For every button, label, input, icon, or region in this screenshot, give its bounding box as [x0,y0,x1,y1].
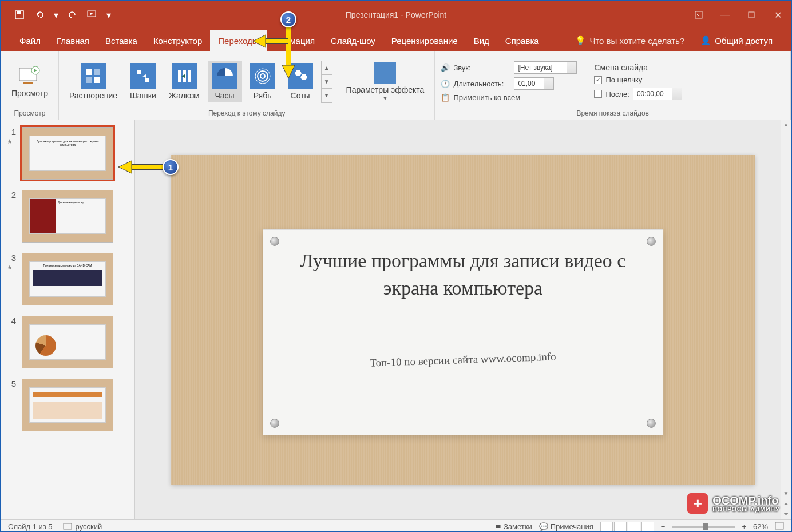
zoom-in-button[interactable]: + [742,522,746,531]
thumb-number: 5 [7,379,16,431]
tab-design[interactable]: Конструктор [145,30,211,51]
svg-rect-1 [17,11,21,14]
svg-rect-17 [178,70,181,82]
zoom-out-button[interactable]: − [661,522,666,531]
on-click-label: По щелчку [605,76,642,84]
slide-thumbnail-4[interactable] [22,316,113,368]
transition-checker[interactable]: Шашки [125,61,161,102]
effect-options-button[interactable]: Параметры эффекта ▼ [342,60,429,104]
svg-rect-7 [23,82,33,84]
prev-slide-button[interactable]: ⏶ [781,501,791,507]
qat-customize-dropdown[interactable]: ▾ [105,7,112,23]
effect-options-icon [374,62,396,84]
duration-label: Длительность: [453,80,510,88]
save-button[interactable] [11,7,27,23]
tab-help[interactable]: Справка [497,30,547,51]
clock-icon [212,63,237,89]
preview-label: Просмотр [11,89,48,98]
undo-button[interactable] [32,7,48,23]
duration-spinner[interactable]: 01,00 [514,77,554,90]
transition-star-icon: ★ [7,138,16,145]
svg-marker-36 [253,35,266,47]
slide-thumbnail-2[interactable]: Для записи видео из игр [22,190,113,243]
gallery-up[interactable]: ▲ [322,61,332,75]
tab-file[interactable]: Файл [11,30,49,51]
slideshow-view-button[interactable] [641,522,654,532]
tab-view[interactable]: Вид [466,30,497,51]
svg-rect-27 [775,522,783,529]
dissolve-icon [81,63,106,89]
redo-button[interactable] [64,7,80,23]
svg-rect-26 [64,523,72,529]
gallery-more[interactable]: ▾ [322,89,332,102]
svg-marker-33 [282,65,295,78]
comments-icon: 💬 [539,522,548,531]
zoom-slider[interactable] [672,526,735,528]
fit-to-window-button[interactable] [775,522,784,531]
title-placeholder[interactable]: Лучшие программы для записи видео с экра… [263,229,663,435]
preview-button[interactable]: Просмотр [7,63,53,100]
spellcheck-icon [63,523,72,531]
apply-all-icon: 📋 [441,93,450,102]
maximize-button[interactable] [738,6,765,24]
slide-thumbnail-5[interactable] [22,379,113,431]
svg-rect-14 [137,70,141,74]
advance-slide-col: Смена слайда ✓ По щелчку После: 00:00,00 [594,63,682,100]
next-slide-button[interactable]: ⏷ [781,511,791,517]
tab-home[interactable]: Главная [49,30,97,51]
svg-rect-13 [94,77,100,83]
rivet-icon [270,419,279,428]
scroll-up-button[interactable]: ▲ [781,121,791,128]
language-status[interactable]: русский [63,522,102,531]
transition-blinds[interactable]: Жалюзи [164,61,204,102]
tell-me-search[interactable]: 💡 Что вы хотите сделать? [567,30,692,51]
transition-dissolve[interactable]: Растворение [65,61,122,102]
ribbon-display-options[interactable] [686,6,712,24]
window-title: Презентация1 - PowerPoint [346,10,446,19]
tab-slideshow[interactable]: Слайд-шоу [323,30,383,51]
comments-button[interactable]: 💬Примечания [539,522,593,531]
rivet-icon [270,237,279,246]
sound-dropdown[interactable]: [Нет звука] [514,61,577,74]
thumb-number: 2 [7,190,16,243]
tab-insert[interactable]: Вставка [97,30,145,51]
slide-title-text: Лучшие программы для записи видео с экра… [286,247,640,301]
close-button[interactable]: ✕ [765,6,791,24]
watermark-logo-icon: + [687,493,708,514]
notes-icon: ≣ [495,522,501,531]
slide-canvas[interactable]: Лучшие программы для записи видео с экра… [171,155,755,485]
slide-thumbnail-1[interactable]: Лучшие программы для записи видео с экра… [22,127,113,180]
after-checkbox[interactable] [594,90,602,98]
transition-clock[interactable]: Часы [208,61,242,102]
scroll-down-button[interactable]: ▼ [781,490,791,497]
reading-view-button[interactable] [628,522,640,532]
group-timing: 🔊 Звук: [Нет звука] 🕐 Длительность: 01,0… [435,51,791,120]
after-label: После: [605,90,629,98]
sorter-view-button[interactable] [614,522,627,532]
view-buttons [600,522,654,532]
after-spinner[interactable]: 00:00,00 [633,88,682,100]
group-preview: Просмотр Просмотр [1,51,59,120]
slide-thumbnail-3[interactable]: Пример записи видео из BANDICAM [22,253,113,305]
watermark-line1: OCOMP.info [712,495,779,506]
start-from-beginning-button[interactable] [85,7,101,23]
share-button[interactable]: 👤 Общий доступ [692,30,781,51]
apply-to-all-button[interactable]: 📋 Применить ко всем [441,93,577,102]
title-bar: ▾ ▾ Презентация1 - PowerPoint — ✕ [1,1,791,29]
ribbon: Просмотр Просмотр Растворение Шашки Жалю… [1,51,791,120]
watermark: + OCOMP.info ВОПРОСЫ АДМИНУ [687,493,779,514]
on-click-checkbox[interactable]: ✓ [594,76,602,84]
slide-canvas-area: Лучшие программы для записи видео с экра… [135,120,791,519]
undo-dropdown[interactable]: ▾ [53,7,60,23]
group-preview-label: Просмотр [7,108,53,117]
minimize-button[interactable]: — [712,6,738,24]
tab-review[interactable]: Рецензирование [383,30,466,51]
gallery-down[interactable]: ▼ [322,75,332,89]
sound-icon: 🔊 [441,63,450,72]
watermark-line2: ВОПРОСЫ АДМИНУ [712,506,779,513]
normal-view-button[interactable] [600,522,613,532]
zoom-level[interactable]: 62% [753,522,768,531]
notes-button[interactable]: ≣Заметки [495,522,532,531]
vertical-scrollbar[interactable]: ▲ ▼ ⏶ ⏷ [781,120,791,519]
work-area: 1★ Лучшие программы для записи видео с э… [1,120,791,519]
